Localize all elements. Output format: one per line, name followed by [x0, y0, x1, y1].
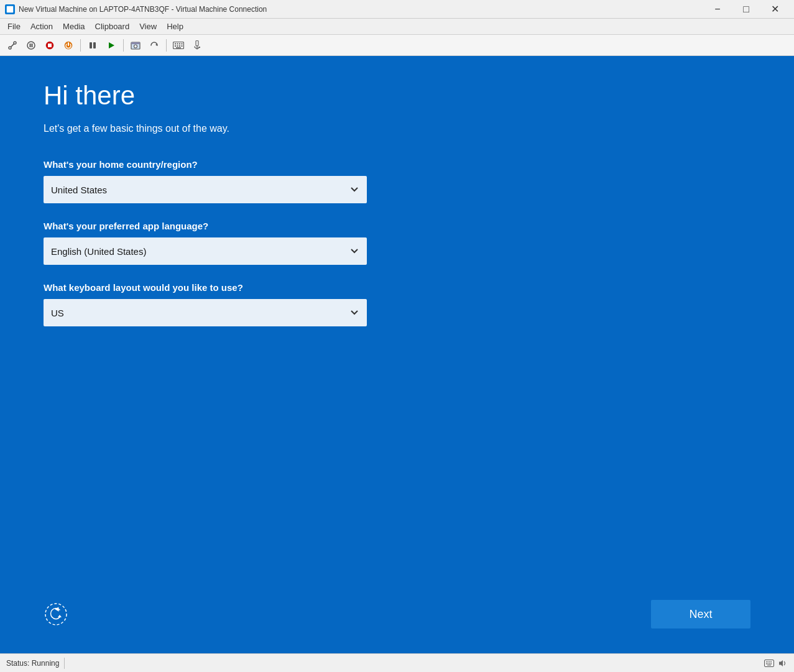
svg-point-15	[134, 45, 137, 48]
svg-rect-43	[771, 663, 772, 665]
svg-rect-10	[90, 42, 92, 48]
svg-rect-5	[30, 44, 31, 47]
svg-rect-40	[766, 663, 767, 665]
svg-rect-21	[182, 43, 183, 44]
reset-button[interactable]	[145, 37, 163, 53]
status-right-icons	[764, 658, 788, 668]
keyboard-section: What keyboard layout would you like to u…	[44, 282, 750, 326]
stop-button[interactable]	[41, 37, 58, 53]
close-button[interactable]: ✕	[760, 0, 789, 19]
country-select[interactable]: United States United Kingdom Canada Aust…	[44, 176, 367, 203]
language-label: What's your preferred app language?	[44, 221, 750, 231]
svg-rect-37	[768, 661, 769, 663]
toolbar	[0, 35, 794, 56]
menu-clipboard[interactable]: Clipboard	[90, 19, 135, 34]
vm-content-area: Hi there Let's get a few basic things ou…	[0, 56, 794, 653]
keyboard-status-icon	[764, 658, 774, 668]
svg-rect-41	[768, 663, 769, 665]
svg-rect-22	[175, 45, 176, 47]
svg-rect-25	[182, 45, 183, 47]
svg-rect-6	[32, 44, 33, 47]
bottom-navigation: Next	[44, 600, 750, 628]
next-button[interactable]: Next	[651, 600, 750, 628]
subtitle-text: Let's get a few basic things out of the …	[44, 123, 750, 134]
menu-file[interactable]: File	[2, 19, 25, 34]
keyboard-button[interactable]	[170, 37, 187, 53]
svg-rect-39	[771, 661, 772, 663]
greeting-heading: Hi there	[44, 81, 750, 111]
audio-status-icon	[778, 658, 788, 668]
svg-rect-42	[769, 663, 770, 665]
connect-button[interactable]	[4, 37, 21, 53]
svg-marker-12	[109, 42, 114, 48]
svg-rect-19	[177, 43, 178, 44]
svg-line-3	[11, 44, 14, 47]
svg-rect-11	[93, 42, 96, 48]
status-bar: Status: Running	[0, 653, 794, 672]
status-separator	[64, 658, 65, 669]
svg-rect-0	[7, 6, 14, 12]
svg-rect-23	[177, 45, 178, 47]
svg-rect-24	[179, 45, 180, 47]
svg-rect-8	[48, 44, 52, 47]
country-label: What's your home country/region?	[44, 159, 750, 170]
svg-rect-38	[769, 661, 770, 663]
svg-rect-20	[179, 43, 180, 44]
menu-view[interactable]: View	[134, 19, 162, 34]
svg-marker-34	[58, 615, 62, 617]
menu-action[interactable]: Action	[25, 19, 58, 34]
toolbar-separator-2	[123, 39, 124, 52]
app-icon	[5, 4, 15, 14]
status-text: Status: Running	[6, 659, 59, 668]
menu-help[interactable]: Help	[162, 19, 188, 34]
play-button[interactable]	[103, 37, 120, 53]
toolbar-separator-3	[166, 39, 167, 52]
keyboard-select[interactable]: US UK German French Spanish	[44, 299, 367, 326]
svg-rect-18	[175, 43, 176, 44]
reset-progress-icon[interactable]	[44, 602, 68, 627]
screenshot-button[interactable]	[127, 37, 144, 53]
pause-button[interactable]	[22, 37, 40, 53]
window-title: New Virtual Machine on LAPTOP-4ATNB3QF -…	[19, 5, 703, 14]
svg-rect-27	[196, 40, 198, 45]
title-bar: New Virtual Machine on LAPTOP-4ATNB3QF -…	[0, 0, 794, 19]
maximize-button[interactable]: □	[732, 0, 760, 19]
svg-point-4	[27, 42, 35, 49]
svg-rect-14	[131, 42, 140, 44]
svg-rect-36	[766, 661, 767, 663]
window-controls: − □ ✕	[703, 0, 789, 19]
menu-media[interactable]: Media	[58, 19, 90, 34]
minimize-button[interactable]: −	[703, 0, 732, 19]
svg-rect-26	[176, 47, 181, 48]
power-button[interactable]	[60, 37, 77, 53]
svg-rect-44	[767, 665, 771, 665]
menu-bar: File Action Media Clipboard View Help	[0, 19, 794, 35]
language-section: What's your preferred app language? Engl…	[44, 221, 750, 265]
usb-button[interactable]	[188, 37, 206, 53]
language-select[interactable]: English (United States) English (United …	[44, 237, 367, 265]
country-section: What's your home country/region? United …	[44, 159, 750, 203]
pause2-button[interactable]	[84, 37, 101, 53]
svg-point-33	[45, 604, 67, 625]
toolbar-separator-1	[80, 39, 81, 52]
svg-marker-16	[155, 44, 157, 46]
keyboard-label: What keyboard layout would you like to u…	[44, 282, 750, 293]
svg-rect-31	[198, 47, 200, 48]
